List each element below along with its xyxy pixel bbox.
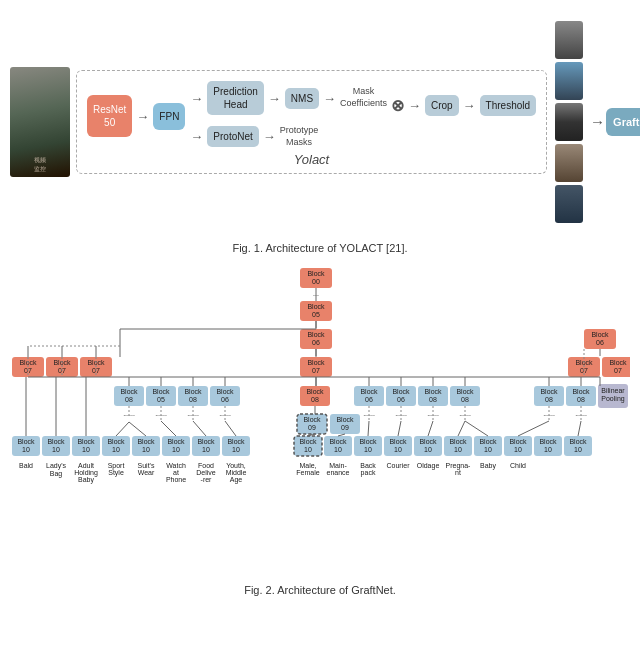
thumb-5 xyxy=(555,185,583,223)
svg-text:Wear: Wear xyxy=(138,469,155,476)
input-image: 视频监控 xyxy=(10,67,70,177)
yolact-label: Yolact xyxy=(294,152,329,167)
svg-text:Food: Food xyxy=(198,462,214,469)
svg-text:Block: Block xyxy=(167,438,185,445)
svg-text:10: 10 xyxy=(334,446,342,453)
svg-text:enance: enance xyxy=(327,469,350,476)
svg-text:at: at xyxy=(173,469,179,476)
pred-head-node: PredictionHead xyxy=(207,81,263,115)
svg-text:Middle: Middle xyxy=(226,469,247,476)
svg-line-169 xyxy=(428,421,433,436)
svg-text:Main-: Main- xyxy=(329,462,347,469)
svg-text:10: 10 xyxy=(82,446,90,453)
svg-text:Block: Block xyxy=(572,388,590,395)
svg-text:Block: Block xyxy=(540,388,558,395)
svg-text:10: 10 xyxy=(172,446,180,453)
fig2-caption: Fig. 2. Architecture of GraftNet. xyxy=(10,584,630,596)
svg-text:Block: Block xyxy=(306,388,324,395)
svg-text:Block: Block xyxy=(336,416,354,423)
svg-text:Block: Block xyxy=(509,438,527,445)
arrow7: → xyxy=(408,98,421,113)
svg-text:Block: Block xyxy=(307,331,325,338)
svg-text:10: 10 xyxy=(202,446,210,453)
svg-text:Block: Block xyxy=(419,438,437,445)
svg-text:Block: Block xyxy=(424,388,442,395)
svg-text:Block: Block xyxy=(17,438,35,445)
thumb-3 xyxy=(555,103,583,141)
svg-text:10: 10 xyxy=(112,446,120,453)
svg-line-167 xyxy=(398,421,401,436)
svg-text:06: 06 xyxy=(397,396,405,403)
svg-line-159 xyxy=(193,421,206,436)
svg-text:10: 10 xyxy=(424,446,432,453)
svg-text:05: 05 xyxy=(157,396,165,403)
svg-text:Block: Block xyxy=(329,438,347,445)
svg-text:Courier: Courier xyxy=(387,462,411,469)
svg-text:06: 06 xyxy=(365,396,373,403)
svg-text:nt: nt xyxy=(455,469,461,476)
svg-text:Block: Block xyxy=(77,438,95,445)
svg-text:08: 08 xyxy=(577,396,585,403)
svg-text:Block: Block xyxy=(392,388,410,395)
resnet-node: ResNet50 xyxy=(87,95,132,137)
arrow1: → xyxy=(136,109,149,124)
arrow5: → xyxy=(190,129,203,144)
svg-text:10: 10 xyxy=(394,446,402,453)
svg-text:Block: Block xyxy=(307,303,325,310)
svg-text:Style: Style xyxy=(108,469,124,477)
svg-text:08: 08 xyxy=(429,396,437,403)
svg-text:Bag: Bag xyxy=(50,470,63,478)
svg-text:Block: Block xyxy=(303,416,321,423)
crop-node: Crop xyxy=(425,95,459,116)
svg-text:Baby: Baby xyxy=(480,462,496,470)
yolact-box: ResNet50 → FPN → PredictionHead → NMS → xyxy=(76,70,547,173)
svg-text:Block: Block xyxy=(216,388,234,395)
thumb-4 xyxy=(555,144,583,182)
fig2-svg: .sn { font-family: Arial, sans-serif; fo… xyxy=(10,266,630,576)
svg-text:08: 08 xyxy=(125,396,133,403)
svg-text:Block: Block xyxy=(299,438,317,445)
svg-text:10: 10 xyxy=(364,446,372,453)
fig1-caption: Fig. 1. Architecture of YOLACT [21]. xyxy=(10,242,630,254)
svg-text:Block: Block xyxy=(227,438,245,445)
svg-text:08: 08 xyxy=(545,396,553,403)
svg-line-154 xyxy=(116,422,129,436)
svg-text:Block: Block xyxy=(360,388,378,395)
svg-text:Block: Block xyxy=(107,438,125,445)
svg-text:Adult: Adult xyxy=(78,462,94,469)
svg-text:08: 08 xyxy=(461,396,469,403)
arrow8: → xyxy=(463,98,476,113)
svg-text:Block: Block xyxy=(137,438,155,445)
thumbnail-column xyxy=(555,21,583,223)
svg-text:08: 08 xyxy=(311,396,319,403)
svg-text:Bilinear: Bilinear xyxy=(601,387,625,394)
arrow-to-graftnet: → xyxy=(590,113,605,130)
fpn-node: FPN xyxy=(153,103,185,130)
svg-text:Block: Block xyxy=(456,388,474,395)
svg-text:Child: Child xyxy=(510,462,526,469)
svg-text:Watch: Watch xyxy=(166,462,186,469)
svg-text:Phone: Phone xyxy=(166,476,186,483)
svg-text:Block: Block xyxy=(609,359,627,366)
svg-text:Lady's: Lady's xyxy=(46,462,67,470)
svg-text:Block: Block xyxy=(569,438,587,445)
svg-text:10: 10 xyxy=(22,446,30,453)
svg-text:00: 00 xyxy=(312,278,320,285)
svg-text:07: 07 xyxy=(614,367,622,374)
svg-text:Block: Block xyxy=(120,388,138,395)
svg-text:Block: Block xyxy=(449,438,467,445)
svg-text:10: 10 xyxy=(574,446,582,453)
svg-text:10: 10 xyxy=(232,446,240,453)
svg-text:Back: Back xyxy=(360,462,376,469)
svg-text:09: 09 xyxy=(341,424,349,431)
svg-text:Age: Age xyxy=(230,476,243,484)
svg-text:Block: Block xyxy=(479,438,497,445)
graftnet-node: GraftNet xyxy=(606,108,640,136)
svg-text:06: 06 xyxy=(221,396,229,403)
svg-text:Block: Block xyxy=(47,438,65,445)
svg-text:Pooling: Pooling xyxy=(601,395,624,403)
svg-text:Youth,: Youth, xyxy=(226,462,246,469)
svg-text:10: 10 xyxy=(52,446,60,453)
figure1-container: 视频监控 ResNet50 → FPN xyxy=(10,10,630,234)
svg-text:10: 10 xyxy=(454,446,462,453)
